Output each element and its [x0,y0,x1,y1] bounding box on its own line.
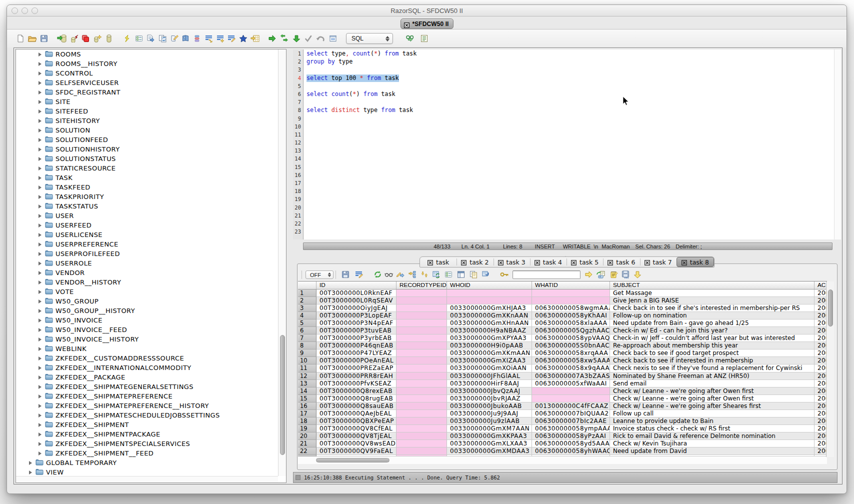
disclosure-triangle-icon[interactable] [38,404,42,408]
table-row-13[interactable]: 1300T3000000PfvKSEAZ0033000000HirF8AAJ00… [298,380,827,388]
tree-item-zkfedex-internationalcommodity[interactable]: ZKFEDEX__INTERNATIONALCOMMODITY [16,363,278,372]
cell[interactable] [396,290,447,297]
disclosure-triangle-icon[interactable] [38,128,42,132]
key-gold-icon[interactable] [500,270,510,280]
cell[interactable]: 200 [814,327,827,334]
result-tab-task-2[interactable]: task 2 [456,257,493,267]
cell[interactable]: 0033000000GmXM7AAN [447,425,532,432]
cell[interactable]: 00T3000000Q8rexEAB [316,388,396,395]
cell[interactable]: Check w/ Leanne - we're going after Owen… [610,388,814,395]
disclosure-triangle-icon[interactable] [38,376,42,380]
cell[interactable]: 0033000000GmXMDAA3 [447,448,532,455]
tab-close-icon[interactable] [682,260,687,265]
cell[interactable]: 6 [298,327,316,334]
disclosure-triangle-icon[interactable] [38,90,42,94]
tree-item-sfdc-registrant[interactable]: SFDC_REGISTRANT [16,88,278,97]
disclosure-triangle-icon[interactable] [38,338,42,342]
tree-item-solution[interactable]: SOLUTION [16,126,278,135]
save-icon[interactable] [38,32,50,44]
book-icon[interactable] [180,32,192,44]
code-line-22[interactable] [304,220,834,228]
tree-item-userrole[interactable]: USERROLE [16,258,278,268]
cell[interactable]: 00T3000000P3N4pEAF [316,320,396,327]
disclosure-triangle-icon[interactable] [38,423,42,427]
cell[interactable]: Re-approach about membership this year [610,342,814,350]
column-header-ac[interactable]: AC [814,282,827,289]
cell[interactable]: 200 [814,410,827,418]
cell[interactable]: 18 [298,418,316,425]
cell[interactable]: 7 [298,334,316,342]
cell[interactable]: 22 [298,448,316,455]
cell[interactable]: 200 [814,418,827,425]
splitter-grip-icon[interactable] [563,252,568,255]
disclosure-triangle-icon[interactable] [38,72,42,76]
disclosure-triangle-icon[interactable] [38,242,42,246]
result-tab-task-8[interactable]: task 8 [676,257,714,267]
cell[interactable]: 00T3000000QV8wsEAD [316,440,396,448]
notes-page-icon[interactable] [327,32,339,44]
code-line-8[interactable]: select distinct type from task [304,106,834,114]
db-disconnect-icon[interactable] [68,32,80,44]
cell[interactable]: 0033000000Ju9zlAAB [447,418,532,425]
cell[interactable] [396,402,447,410]
table-row-16[interactable]: 1600T3000000Q8sauEAB0033000000JbukoAAB00… [298,402,827,410]
cell[interactable]: Give Jenn a BIG RAISE [610,297,814,304]
colored-bars-icon[interactable] [191,32,203,44]
tree-item-vendor-history[interactable]: VENDOR__HISTORY [16,278,278,287]
table-row-6[interactable]: 600T3000000P3tuvEAB0033000000H9aNBAAZ006… [298,327,827,334]
disclosure-triangle-icon[interactable] [38,148,42,152]
table-export-icon[interactable] [596,270,606,280]
cell[interactable]: Check w/ Leanne - we're going after Shea… [610,402,814,410]
cell[interactable]: 0033000000JbvQzAAJ [447,388,532,395]
cell[interactable]: 006300000058wgmAAA [532,304,610,312]
code-line-14[interactable] [304,154,834,162]
arrows-swap-green-icon[interactable] [278,32,290,44]
code-line-15[interactable] [304,163,834,171]
cell[interactable] [532,290,610,297]
lines-add-icon[interactable] [214,32,226,44]
cell[interactable]: 200 [814,350,827,357]
cell[interactable]: 200 [814,432,827,440]
cell[interactable]: 2 [298,297,316,304]
disclosure-triangle-icon[interactable] [29,470,32,474]
cell[interactable]: Need update from Bain - gave go ahead 1/… [610,320,814,327]
cell[interactable] [532,297,610,304]
cell[interactable]: 006300000058xw5AAA [532,357,610,364]
tree-item-taskfeed[interactable]: TASKFEED [16,182,278,192]
cell[interactable]: 3 [298,304,316,312]
disclosure-triangle-icon[interactable] [38,262,42,266]
cell[interactable] [396,388,447,395]
disclosure-triangle-icon[interactable] [38,328,42,332]
code-line-11[interactable] [304,130,834,138]
tree-vertical-scrollbar[interactable] [278,50,286,476]
code-line-3[interactable] [304,66,834,74]
export-page-icon[interactable] [144,32,156,44]
cell[interactable]: Check w/ Leanne - we're going after Owen… [610,395,814,402]
code-line-18[interactable] [304,187,834,195]
cell[interactable]: 0033000000Ju9J9AAJ [447,410,532,418]
cell[interactable] [396,395,447,402]
tree-item-zkfedex-shipmatescheduledjobssettings[interactable]: ZKFEDEX__SHIPMATESCHEDULEDJOBSSETTINGS [16,410,278,420]
cell[interactable]: 200 [814,395,827,402]
cell[interactable]: 0033000000H9i0pAAB [447,342,532,350]
row-limit-select[interactable]: OFF [306,270,334,279]
cell[interactable]: Need update from David [610,448,814,455]
table-row-7[interactable]: 700T3000000P3yrbEAB0033000000GmXPYAA3006… [298,334,827,342]
cell[interactable] [447,297,532,304]
table-row-14[interactable]: 1400T3000000Q8rexEAB0033000000JbvQzAAJCh… [298,388,827,395]
table-row-8[interactable]: 800T3000000P46qnEAB0033000000H9i0pAAB006… [298,342,827,350]
tab-close-icon[interactable] [644,260,650,265]
sort-arrows-icon[interactable] [420,270,430,280]
cell[interactable]: 15 [298,395,316,402]
book-edit-icon[interactable] [168,32,180,44]
code-line-4[interactable]: select top 100 * from task [304,74,834,82]
cell[interactable] [532,388,610,395]
tree-item-zkfedex-shipment[interactable]: ZKFEDEX__SHIPMENT [16,420,278,430]
tree-scrollbar-thumb[interactable] [280,335,285,455]
cell[interactable] [396,432,447,440]
code-line-7[interactable] [304,98,834,106]
cell[interactable]: 00T3000000PREZaEAP [316,364,396,372]
table-row-10[interactable]: 1000T3000000POeAnEAL0033000000GmXIZAA300… [298,357,827,364]
tree-item-rooms[interactable]: ROOMS [16,50,278,59]
result-tab-task-5[interactable]: task 5 [566,257,603,267]
